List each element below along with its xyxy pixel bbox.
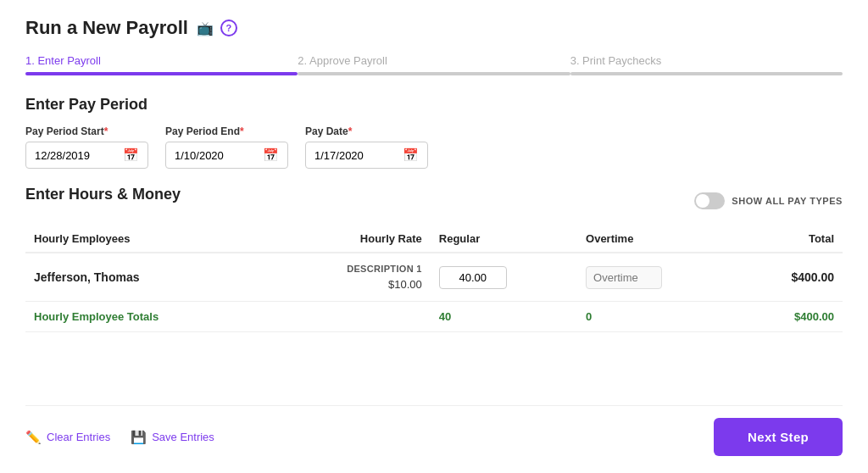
pay-date-label: Pay Date* [305,125,428,137]
required-star-3: * [348,125,353,137]
footer: ✏️ Clear Entries 💾 Save Entries Next Ste… [25,405,843,456]
step-enter-payroll: 1. Enter Payroll [25,54,298,75]
col-hourly-rate: Hourly Rate [271,225,431,253]
pay-period-start-field: Pay Period Start* 📅 [25,125,148,169]
clear-icon: ✏️ [25,430,42,445]
employee-total: $400.00 [791,270,834,284]
pay-period-end-label: Pay Period End* [165,125,288,137]
step-approve-payroll: 2. Approve Payroll [298,54,570,75]
header-icons: 📺 ? [197,19,237,36]
overtime-cell [577,253,739,302]
pay-period-section: Enter Pay Period Pay Period Start* 📅 Pay… [25,96,843,169]
step-bar-1 [25,72,298,75]
totals-label: Hourly Employee Totals [34,310,159,323]
col-regular: Regular [431,225,577,253]
col-employees: Hourly Employees [25,225,271,253]
step-print-paychecks: 3. Print Paychecks [570,54,843,75]
tv-icon[interactable]: 📺 [197,20,214,36]
pay-period-start-label: Pay Period Start* [25,125,148,137]
total-cell: $400.00 [739,253,843,302]
toggle-knob [696,194,709,208]
pay-period-start-input[interactable] [35,149,116,162]
table-row: Jefferson, Thomas DESCRIPTION 1 $10.00 [25,253,843,302]
calendar-icon-start[interactable]: 📅 [123,147,139,163]
progress-steps: 1. Enter Payroll 2. Approve Payroll 3. P… [25,54,843,75]
step-label-2: 2. Approve Payroll [298,54,570,67]
step-label-3: 3. Print Paychecks [570,54,843,67]
footer-left: ✏️ Clear Entries 💾 Save Entries [25,430,214,445]
totals-overtime-cell: 0 [577,302,739,332]
date-fields: Pay Period Start* 📅 Pay Period End* 📅 [25,125,843,169]
pay-date-field: Pay Date* 📅 [305,125,428,169]
regular-input[interactable] [439,266,507,289]
table-header-row: Hourly Employees Hourly Rate Regular Ove… [25,225,843,253]
step-bar-2 [298,72,570,75]
required-star-1: * [104,125,108,137]
toggle-switch[interactable] [694,192,725,209]
regular-cell [431,253,577,302]
pay-period-start-input-wrap: 📅 [25,142,148,169]
page-container: Run a New Payroll 📺 ? 1. Enter Payroll 2… [0,0,868,473]
step-bar-3 [570,72,843,75]
overtime-input[interactable] [586,266,662,289]
pay-date-input[interactable] [314,149,396,162]
employee-name: Jefferson, Thomas [34,270,139,284]
totals-regular: 40 [439,310,451,323]
hours-money-section: Enter Hours & Money SHOW ALL PAY TYPES H… [25,186,843,405]
step-label-1: 1. Enter Payroll [25,54,298,67]
clear-label: Clear Entries [47,431,110,443]
required-star-2: * [240,125,244,137]
desc-rate-wrap: DESCRIPTION 1 $10.00 [280,262,422,292]
save-entries-button[interactable]: 💾 Save Entries [131,430,214,445]
pay-period-end-input[interactable] [175,149,256,162]
page-title: Run a New Payroll [25,17,188,39]
pay-period-end-input-wrap: 📅 [165,142,288,169]
totals-row: Hourly Employee Totals 40 0 $400.00 [25,302,843,332]
totals-total: $400.00 [794,310,834,323]
totals-regular-cell: 40 [431,302,577,332]
col-overtime: Overtime [577,225,739,253]
totals-total-cell: $400.00 [739,302,843,332]
hours-header: Enter Hours & Money SHOW ALL PAY TYPES [25,186,843,215]
pay-period-end-field: Pay Period End* 📅 [165,125,288,169]
save-label: Save Entries [152,431,214,443]
payroll-table: Hourly Employees Hourly Rate Regular Ove… [25,225,843,332]
totals-rate-cell [271,302,431,332]
employee-name-cell: Jefferson, Thomas [25,253,271,302]
desc-label: DESCRIPTION 1 [280,262,422,276]
page-header: Run a New Payroll 📺 ? [25,17,843,39]
hours-money-title: Enter Hours & Money [25,186,181,203]
pay-period-title: Enter Pay Period [25,96,843,114]
col-total: Total [739,225,843,253]
calendar-icon-end[interactable]: 📅 [263,147,279,163]
save-icon: 💾 [131,430,147,445]
question-icon[interactable]: ? [220,19,237,36]
hourly-rate-cell: DESCRIPTION 1 $10.00 [271,253,431,302]
show-all-toggle[interactable]: SHOW ALL PAY TYPES [694,192,843,209]
pay-date-input-wrap: 📅 [305,142,428,169]
clear-entries-button[interactable]: ✏️ Clear Entries [25,430,110,445]
calendar-icon-paydate[interactable]: 📅 [403,147,419,163]
totals-overtime: 0 [586,310,592,323]
totals-label-cell: Hourly Employee Totals [25,302,271,332]
rate-value: $10.00 [388,278,422,291]
next-step-button[interactable]: Next Step [714,418,843,456]
show-all-label: SHOW ALL PAY TYPES [732,196,843,206]
